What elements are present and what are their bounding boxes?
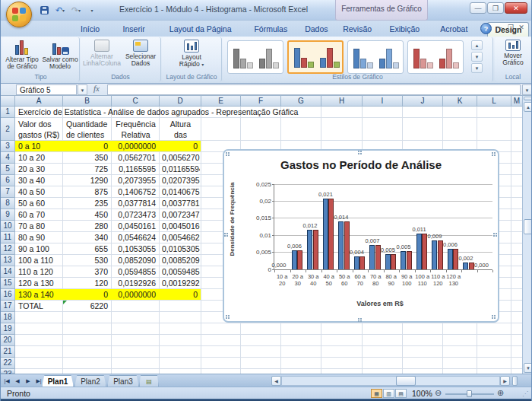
column-header-M[interactable]: M bbox=[511, 96, 522, 107]
chart-selection-handle[interactable] bbox=[226, 315, 227, 317]
bar-red[interactable] bbox=[328, 199, 334, 269]
bar-blue[interactable] bbox=[416, 234, 422, 269]
insert-sheet-tab[interactable]: ▤ bbox=[139, 375, 159, 387]
gallery-more-icon[interactable]: ▼ bbox=[471, 63, 483, 73]
cell-freq[interactable]: 0,0450161 bbox=[112, 221, 158, 232]
bar-red[interactable] bbox=[359, 256, 365, 269]
chart-title[interactable]: Gastos no Período de Análise bbox=[224, 158, 498, 171]
cell-freq[interactable]: 0,1406752 bbox=[112, 186, 158, 198]
bar-red[interactable] bbox=[344, 221, 350, 269]
bar-blue[interactable] bbox=[385, 254, 391, 269]
col-header-altura[interactable]: Altura das colunas bbox=[160, 119, 201, 140]
workbook-close-icon[interactable]: ✕ bbox=[516, 24, 527, 31]
prev-sheet-icon[interactable]: ◀ bbox=[13, 376, 22, 386]
row-header-12[interactable]: 12 bbox=[1, 243, 15, 255]
bar-blue[interactable] bbox=[463, 263, 468, 269]
layout-rapido-button[interactable]: Layout Rápido ▾ bbox=[173, 39, 211, 72]
row-header-4[interactable]: 4 bbox=[1, 152, 15, 164]
row-header-20[interactable]: 20 bbox=[1, 335, 15, 346]
column-header-E[interactable]: E bbox=[201, 96, 241, 107]
cell-clients[interactable]: 725 bbox=[63, 164, 110, 175]
chart-selection-handle[interactable] bbox=[226, 152, 227, 154]
column-header-D[interactable]: D bbox=[160, 96, 201, 107]
cell-range[interactable]: 50 a 60 bbox=[16, 198, 62, 209]
row-header-13[interactable]: 13 bbox=[1, 255, 15, 266]
row-header-10[interactable]: 10 bbox=[1, 221, 15, 232]
cell-height[interactable]: 0,007234727 bbox=[160, 209, 200, 221]
column-header-C[interactable]: C bbox=[112, 96, 160, 107]
zoom-in-icon[interactable]: ⊕ bbox=[497, 388, 504, 398]
ribbon-tab-acrobat[interactable]: Acrobat bbox=[433, 22, 474, 37]
alterar-tipo-grafico-button[interactable]: Alterar Tipo de Gráfico bbox=[3, 39, 41, 72]
sheet-tab-plan1[interactable]: Plan1 bbox=[42, 375, 74, 387]
bar-blue[interactable] bbox=[292, 250, 297, 269]
split-handle[interactable] bbox=[524, 97, 532, 100]
scroll-down-icon[interactable]: ▼ bbox=[524, 363, 532, 373]
office-button[interactable] bbox=[6, 2, 32, 27]
row-header-9[interactable]: 9 bbox=[1, 209, 15, 221]
col-header-valor[interactable]: Valor dos gastos (R$) bbox=[16, 119, 62, 140]
page-break-view-button[interactable]: ▤ bbox=[395, 389, 407, 398]
selecionar-dados-button[interactable]: Selecionar Dados bbox=[122, 39, 160, 72]
chart-selection-handle[interactable] bbox=[358, 151, 359, 152]
zoom-level[interactable]: 100% bbox=[412, 389, 432, 398]
cell-range[interactable]: 20 a 30 bbox=[16, 164, 62, 175]
column-header-A[interactable]: A bbox=[15, 96, 63, 107]
cell-height[interactable]: 0,010530547 bbox=[160, 243, 200, 255]
bar-blue[interactable] bbox=[323, 199, 328, 269]
gallery-scroll-up-icon[interactable]: ▲ bbox=[471, 40, 483, 50]
cell-height[interactable]: 0,005466238 bbox=[160, 232, 200, 243]
column-header-I[interactable]: I bbox=[363, 96, 403, 107]
cell-height[interactable]: 0,003778135 bbox=[160, 198, 200, 209]
chart-style-thumb-style-red[interactable] bbox=[407, 40, 464, 74]
row-header-1[interactable]: 1 bbox=[1, 107, 15, 118]
ribbon-tab-layout-da-página[interactable]: Layout da Página bbox=[163, 22, 239, 37]
bar-blue[interactable] bbox=[338, 221, 344, 269]
minimize-button[interactable]: — bbox=[470, 2, 486, 14]
column-header-H[interactable]: H bbox=[321, 96, 363, 107]
chart-selection-handle[interactable] bbox=[492, 152, 493, 154]
normal-view-button[interactable]: ▦ bbox=[371, 389, 382, 398]
bar-red[interactable] bbox=[407, 251, 412, 269]
cell-range[interactable]: 40 a 50 bbox=[16, 186, 62, 198]
bar-red[interactable] bbox=[313, 230, 318, 269]
zoom-out-icon[interactable]: ⊖ bbox=[435, 388, 442, 398]
ribbon-tab-exibição[interactable]: Exibição bbox=[382, 22, 426, 37]
name-box-dropdown-icon[interactable]: ▼ bbox=[78, 84, 87, 95]
sheet-title-text[interactable]: Exercício de Estatística - Análise de da… bbox=[16, 107, 396, 118]
hscroll-left-icon[interactable]: ◀ bbox=[271, 376, 281, 386]
ribbon-tab-início[interactable]: Início bbox=[74, 22, 106, 37]
last-sheet-icon[interactable]: ▶| bbox=[34, 376, 43, 386]
cell-height[interactable]: 0,00562701 bbox=[160, 152, 200, 164]
cell-range[interactable]: 80 a 90 bbox=[16, 232, 62, 243]
zoom-slider-handle[interactable] bbox=[467, 390, 472, 397]
row-header-19[interactable]: 19 bbox=[1, 323, 15, 335]
select-all-corner[interactable] bbox=[1, 96, 15, 107]
cell-clients[interactable]: 235 bbox=[63, 198, 110, 209]
mover-grafico-button[interactable]: Mover Gráfico bbox=[494, 39, 532, 72]
column-header-J[interactable]: J bbox=[403, 96, 443, 107]
cell-range[interactable]: 110 a 120 bbox=[16, 266, 62, 278]
tab-split-handle[interactable] bbox=[512, 376, 518, 386]
cell-clients[interactable]: 1290 bbox=[63, 175, 110, 186]
cell-freq[interactable]: 0,0723473 bbox=[112, 209, 158, 221]
cell-range[interactable]: 70 a 80 bbox=[16, 221, 62, 232]
cell-height[interactable]: 0,004501608 bbox=[160, 221, 200, 232]
cell-clients[interactable]: 0 bbox=[63, 289, 110, 301]
cell-range[interactable]: 130 a 140 bbox=[16, 289, 62, 301]
insert-function-icon[interactable]: fx bbox=[93, 84, 100, 93]
column-header-F[interactable]: F bbox=[241, 96, 281, 107]
hscroll-right-icon[interactable]: ▶ bbox=[500, 376, 510, 386]
chart-selection-handle[interactable] bbox=[493, 233, 495, 234]
cell-range[interactable]: 0 a 10 bbox=[16, 141, 62, 152]
salvar-como-modelo-button[interactable]: Salvar como Modelo bbox=[41, 39, 79, 72]
cell-height[interactable]: 0 bbox=[160, 289, 200, 301]
chart-selection-handle[interactable] bbox=[358, 318, 359, 320]
bar-red[interactable] bbox=[297, 250, 302, 269]
cell-clients[interactable]: 280 bbox=[63, 221, 110, 232]
help-icon[interactable]: ? bbox=[480, 23, 492, 34]
cell-clients[interactable]: 120 bbox=[63, 278, 110, 289]
cell-height[interactable]: 0 bbox=[160, 141, 200, 152]
cell-clients[interactable]: 655 bbox=[63, 243, 110, 255]
cell-freq[interactable]: 0,1053055 bbox=[112, 243, 158, 255]
